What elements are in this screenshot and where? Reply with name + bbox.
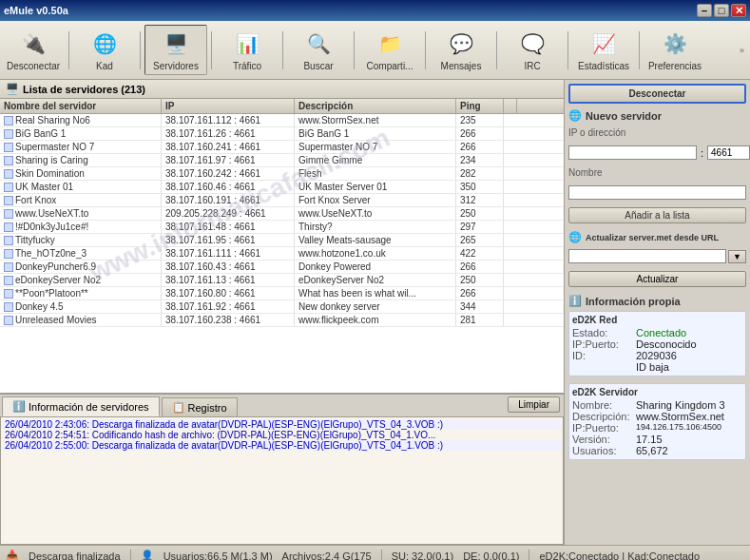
table-row[interactable]: Fort Knox 38.107.160.191 : 4661 Fort Kno…	[0, 194, 564, 207]
row-icon	[4, 289, 13, 299]
url-input[interactable]	[568, 249, 726, 263]
port-input[interactable]	[707, 145, 750, 160]
ip-input[interactable]	[568, 145, 697, 160]
status-icon: 📥	[6, 550, 19, 560]
nombre-input[interactable]	[568, 185, 746, 200]
col-desc: Descripción	[295, 99, 456, 113]
cell-name: eDonkeyServer No2	[0, 274, 162, 286]
toolbar-label-desconectar: Desconectar	[7, 61, 60, 71]
nombre-label: Nombre	[568, 167, 625, 178]
limpiar-button[interactable]: Limpiar	[508, 396, 560, 413]
cell-desc: www.flickpeek.com	[295, 314, 456, 326]
table-row[interactable]: !#D0nk3yJu1ce#! 38.107.161.48 : 4661 Thi…	[0, 221, 564, 234]
row-icon	[4, 156, 13, 165]
cell-ping: 250	[456, 207, 504, 220]
desconectar-button[interactable]: Desconectar	[568, 84, 746, 104]
toolbar-btn-irc[interactable]: 🗨️IRC	[501, 25, 564, 75]
tab-log[interactable]: 📋 Registro	[162, 397, 238, 416]
toolbar-label-kad: Kad	[96, 61, 113, 71]
table-row[interactable]: DonkeyPuncher6.9 38.107.160.43 : 4661 Do…	[0, 261, 564, 274]
actualizar-button[interactable]: Actualizar	[568, 271, 746, 287]
row-icon	[4, 183, 13, 192]
toolbar-btn-desconectar[interactable]: 🔌Desconectar	[2, 25, 65, 75]
toolbar-btn-estadisticas[interactable]: 📈Estadísticas	[572, 25, 635, 75]
tab-server-info[interactable]: ℹ️ Información de servidores	[2, 396, 160, 416]
table-row[interactable]: UK Master 01 38.107.160.46 : 4661 UK Mas…	[0, 181, 564, 194]
ed2k-id-row: ID: 2029036	[572, 350, 742, 361]
toolbar-btn-kad[interactable]: 🌐Kad	[73, 25, 136, 75]
left-panel: 🖥️ Lista de servidores (213) Nombre del …	[0, 80, 565, 545]
right-panel: Desconectar 🌐 Nuevo servidor IP o direcc…	[565, 80, 750, 545]
estado-val: Conectado	[636, 327, 686, 338]
row-icon	[4, 316, 13, 325]
table-row[interactable]: eDonkeyServer No2 38.107.161.13 : 4661 e…	[0, 274, 564, 287]
toolbar-sep-6	[496, 31, 497, 69]
toolbar-label-buscar: Buscar	[303, 61, 333, 71]
ip-field-row: IP o dirección	[568, 127, 746, 138]
cell-desc: eDonkeyServer No2	[295, 274, 456, 286]
toolbar-btn-servidores[interactable]: 🖥️Servidores	[144, 25, 207, 75]
toolbar-label-servidores: Servidores	[153, 61, 199, 71]
table-row[interactable]: **Poon*Platoon** 38.107.160.80 : 4661 Wh…	[0, 287, 564, 300]
serverlist-header: 🖥️ Lista de servidores (213)	[0, 80, 564, 99]
users-stat: Usuarios:66.5 M(1.3 M)	[163, 550, 273, 561]
info-propia-section: ℹ️ Información propia	[568, 295, 746, 307]
cell-ip: 38.107.161.13 : 4661	[162, 274, 295, 286]
cell-ip: 38.107.161.97 : 4661	[162, 154, 295, 166]
cell-ping: 282	[456, 167, 504, 180]
info-icon: ℹ️	[12, 400, 26, 413]
serverlist-title: Lista de servidores (213)	[23, 84, 145, 95]
anadir-button[interactable]: Añadir a la lista	[568, 207, 746, 223]
log-line: 26/04/2010 2:43:06: Descarga finalizada …	[3, 419, 561, 430]
cell-desc: www.hotzone1.co.uk	[295, 247, 456, 260]
cell-name: Skin Domination	[0, 167, 162, 180]
status-text: Descarga finalizada	[29, 550, 121, 561]
close-button[interactable]: ✕	[731, 4, 746, 17]
su-stat: SU: 32.0(0.1)	[392, 550, 453, 561]
cell-desc: UK Master Server 01	[295, 181, 456, 193]
ed2k-status: eD2K:Conectado | Kad:Conectado	[539, 550, 700, 561]
cell-ping: 281	[456, 314, 504, 326]
ip-puerto-label: IP:Puerto:	[572, 338, 634, 350]
table-row[interactable]: The_hOTz0ne_3 38.107.161.111 : 4661 www.…	[0, 247, 564, 261]
table-row[interactable]: Skin Domination 38.107.160.242 : 4661 Fl…	[0, 167, 564, 181]
toolbar-icon-servidores: 🖥️	[161, 29, 191, 59]
sep1	[130, 550, 131, 561]
toolbar-label-irc: IRC	[524, 61, 540, 71]
toolbar-sep-0	[68, 31, 69, 69]
minimize-button[interactable]: –	[697, 4, 712, 17]
table-row[interactable]: www.UseNeXT.to 209.205.228.249 : 4661 ww…	[0, 207, 564, 221]
row-icon	[4, 276, 13, 285]
toolbar-label-mensajes: Mensajes	[441, 61, 482, 71]
maximize-button[interactable]: □	[714, 4, 729, 17]
server-table-body[interactable]: Real Sharing No6 38.107.161.112 : 4661 w…	[0, 114, 564, 393]
app-title: eMule v0.50a	[4, 5, 68, 16]
toolbar-sep-1	[140, 31, 141, 69]
toolbar-btn-preferencias[interactable]: ⚙️Preferencias	[644, 25, 706, 75]
toolbar-btn-buscar[interactable]: 🔍Buscar	[287, 25, 350, 75]
cell-name: Unreleased Movies	[0, 314, 162, 326]
table-row[interactable]: Unreleased Movies 38.107.160.238 : 4661 …	[0, 314, 564, 327]
url-dropdown-button[interactable]: ▼	[728, 250, 746, 263]
ip-input-row: :	[568, 145, 746, 160]
table-row[interactable]: Sharing is Caring 38.107.161.97 : 4661 G…	[0, 154, 564, 167]
table-row[interactable]: Real Sharing No6 38.107.161.112 : 4661 w…	[0, 114, 564, 127]
cell-ip: 38.107.160.191 : 4661	[162, 194, 295, 206]
toolbar-btn-compartir[interactable]: 📁Comparti...	[358, 25, 421, 75]
cell-ip: 209.205.228.249 : 4661	[162, 207, 295, 220]
table-row[interactable]: Donkey 4.5 38.107.161.92 : 4661 New donk…	[0, 300, 564, 314]
sep2	[381, 550, 382, 561]
cell-ping: 266	[456, 261, 504, 273]
table-row[interactable]: Supermaster NO 7 38.107.160.241 : 4661 S…	[0, 141, 564, 154]
table-row[interactable]: Tittyfucky 38.107.161.95 : 4661 Valley M…	[0, 234, 564, 247]
toolbar-btn-mensajes[interactable]: 💬Mensajes	[430, 25, 492, 75]
toolbar-icon-irc: 🗨️	[517, 29, 548, 59]
cell-desc: www.StormSex.net	[295, 114, 456, 126]
server-desc-row: Descripción: www.StormSex.net	[572, 411, 742, 422]
toolbar-btn-trafico[interactable]: 📊Tráfico	[216, 25, 279, 75]
actualizar-section: 🌐 Actualizar server.met desde URL	[568, 231, 746, 243]
cell-name: Tittyfucky	[0, 234, 162, 246]
cell-ping: 234	[456, 154, 504, 166]
table-row[interactable]: BiG BanG 1 38.107.161.26 : 4661 BiG BanG…	[0, 127, 564, 141]
row-icon	[4, 262, 13, 272]
